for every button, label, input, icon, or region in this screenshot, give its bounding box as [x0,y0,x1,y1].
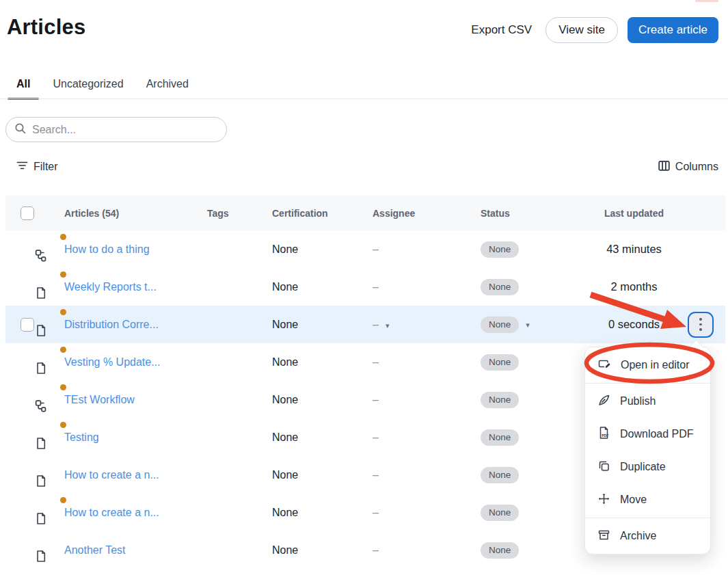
column-header-articles: Articles (54) [64,208,207,219]
select-all-checkbox[interactable] [21,206,34,220]
draft-dot [60,234,66,240]
columns-icon [658,161,670,174]
menu-item-label: Download PDF [620,428,694,440]
move-icon [597,492,610,508]
article-title-link[interactable]: Weekly Reports t... [64,281,207,293]
status-badge: None [481,279,519,295]
status-badge: None [481,392,519,408]
certification-cell: None [272,394,373,406]
archive-icon [597,529,610,544]
tab-archived[interactable]: Archived [137,70,198,100]
page-title: Articles [7,15,85,40]
top-right-artifact [695,0,718,2]
menu-item-label: Publish [620,395,656,407]
table-header: Articles (54) Tags Certification Assigne… [5,196,725,230]
menu-item-label: Archive [620,530,656,542]
menu-item-download-pdf[interactable]: PDF Download PDF [585,418,710,451]
document-icon [34,549,64,563]
assignee-value: – [373,356,379,368]
status-badge: None [481,354,519,371]
search-box [5,117,227,142]
certification-cell: None [272,356,373,369]
status-badge: None [481,505,519,521]
last-updated-cell: 0 seconds [588,318,680,331]
certification-cell: None [272,431,373,444]
assignee-value: – [373,544,379,556]
status-caret-icon[interactable]: ▾ [526,321,530,330]
article-title-link[interactable]: TEst Workflow [64,394,207,406]
status-badge: None [481,317,519,333]
download-pdf-icon: PDF [597,426,610,442]
filter-button[interactable]: Filter [16,157,58,177]
menu-item-archive[interactable]: Archive [585,520,710,552]
menu-item-label: Open in editor [621,359,690,371]
workflow-icon [34,248,64,263]
document-icon [34,286,64,300]
filter-icon [16,160,28,174]
column-header-tags: Tags [207,208,272,219]
publish-icon [597,394,610,410]
assignee-value: – [373,469,379,481]
header-actions: Export CSV View site Create article [467,17,718,43]
list-toolbar: Filter Columns [0,157,728,177]
workflow-icon [34,399,64,413]
document-icon [34,323,64,338]
assignee-caret-icon[interactable]: ▾ [386,321,390,330]
tab-all[interactable]: All [8,70,39,100]
document-icon [34,511,64,526]
row-checkbox[interactable] [21,318,34,332]
table-row: How to do a thing None –▾ None▾ 43 minut… [5,230,725,268]
menu-item-move[interactable]: Move [585,483,710,516]
assignee-value: – [373,319,379,330]
article-title-link[interactable]: Testing [64,431,207,444]
article-title-link[interactable]: How to create a n... [64,469,207,481]
menu-divider [585,518,710,518]
tab-uncategorized[interactable]: Uncategorized [44,70,132,100]
status-badge: None [481,429,519,446]
draft-dot [60,497,66,503]
column-header-certification: Certification [272,208,373,219]
certification-cell: None [272,507,373,519]
create-article-button[interactable]: Create article [628,17,718,43]
menu-item-open-in-editor[interactable]: Open in editor [585,349,710,382]
articles-page: Articles Export CSV View site Create art… [0,0,728,575]
certification-cell: None [272,319,373,331]
article-title-link[interactable]: Vesting % Update... [64,356,207,369]
certification-cell: None [272,243,373,256]
search-input[interactable] [32,124,218,136]
view-site-button[interactable]: View site [545,17,618,43]
article-title-link[interactable]: Another Test [64,544,207,557]
column-header-status: Status [481,208,588,219]
search-icon [14,122,27,137]
article-title-link[interactable]: Distribution Corre... [64,319,207,331]
columns-label: Columns [675,161,718,173]
assignee-value: – [373,243,379,255]
status-badge: None [481,241,519,258]
article-title-link[interactable]: How to do a thing [64,243,207,256]
svg-text:PDF: PDF [602,433,608,438]
last-updated-cell: 43 minutes [588,243,680,256]
certification-cell: None [272,281,373,293]
duplicate-icon [597,459,610,475]
tab-bar: All Uncategorized Archived [8,70,198,100]
table-row: Distribution Corre... None –▾ None▾ 0 se… [5,306,725,343]
columns-button[interactable]: Columns [658,157,718,177]
column-header-assignee: Assignee [373,208,481,219]
article-title-link[interactable]: How to create a n... [64,507,207,519]
export-csv-button[interactable]: Export CSV [467,23,536,37]
assignee-value: – [373,394,379,405]
table-row: Weekly Reports t... None –▾ None▾ 2 mont… [5,268,725,306]
menu-item-publish[interactable]: Publish [585,385,710,418]
menu-item-duplicate[interactable]: Duplicate [585,451,710,483]
assignee-value: – [373,281,379,293]
row-actions-button[interactable] [688,312,714,338]
assignee-value: – [373,507,379,518]
status-badge: None [481,467,519,483]
document-icon [34,436,64,451]
menu-divider [585,383,710,384]
certification-cell: None [272,544,373,557]
document-icon [34,361,64,375]
tab-divider [0,98,728,99]
draft-dot [60,347,66,353]
open-in-editor-icon [597,357,611,373]
